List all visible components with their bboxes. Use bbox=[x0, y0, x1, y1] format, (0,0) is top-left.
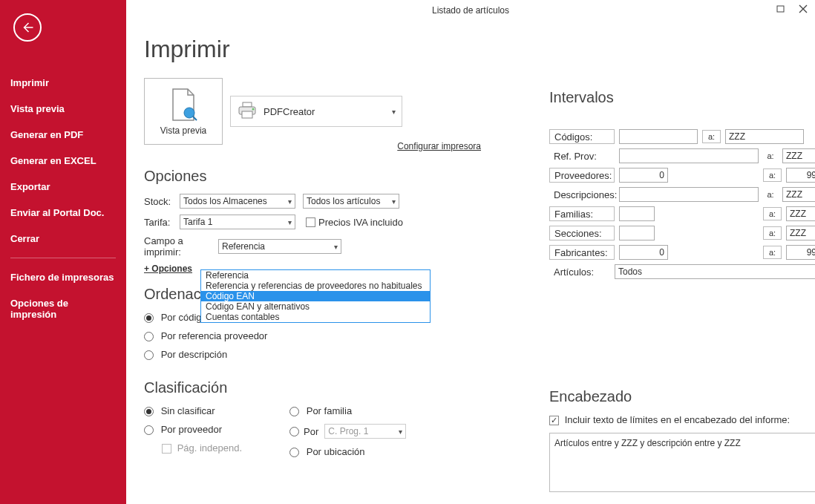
chevron-down-icon: ▾ bbox=[399, 428, 402, 436]
interval-label: Secciones: bbox=[549, 226, 615, 240]
clasif-sin-clasificar-label: Sin clasificar bbox=[161, 405, 215, 416]
content-area: Imprimir Vista previa bbox=[126, 21, 815, 504]
interval-label: Familias: bbox=[549, 206, 615, 221]
clasif-por-proveedor[interactable]: Por proveedor bbox=[144, 424, 242, 435]
interval-from-input[interactable] bbox=[619, 226, 655, 240]
precios-iva-label: Precios IVA incluido bbox=[318, 217, 403, 228]
clasif-sin-clasificar[interactable]: Sin clasificar bbox=[144, 405, 242, 416]
chevron-down-icon: ▾ bbox=[334, 243, 338, 251]
svg-rect-2 bbox=[243, 102, 252, 107]
printer-select[interactable]: PDFCreator ▾ bbox=[230, 96, 402, 127]
interval-a-label: a: bbox=[763, 190, 778, 199]
encabezado-checkbox-label: Incluir texto de límites en el encabezad… bbox=[565, 414, 791, 425]
clasif-por-familia[interactable]: Por familia bbox=[289, 405, 406, 416]
sidebar-item-opciones-impresion[interactable]: Opciones de impresión bbox=[0, 290, 126, 327]
dropdown-item-cuentas[interactable]: Cuentas contables bbox=[201, 312, 430, 322]
preview-label: Vista previa bbox=[160, 125, 206, 136]
interval-a-label: a: bbox=[763, 151, 778, 160]
restore-button[interactable] bbox=[773, 3, 788, 15]
articulos-select[interactable]: Todos▾ bbox=[615, 264, 815, 279]
interval-from-input[interactable]: 0 bbox=[619, 168, 668, 183]
clasif-por-custom[interactable]: Por C. Prog. 1▾ bbox=[289, 424, 406, 439]
sidebar-item-imprimir[interactable]: Imprimir bbox=[0, 70, 126, 96]
tarifa-value: Tarifa 1 bbox=[183, 217, 212, 227]
window-controls bbox=[773, 3, 811, 15]
tarifa-select[interactable]: Tarifa 1▾ bbox=[180, 215, 295, 229]
articulos-value: Todos bbox=[618, 266, 642, 277]
sidebar-separator bbox=[10, 258, 116, 258]
sidebar-item-exportar[interactable]: Exportar bbox=[0, 174, 126, 200]
dropdown-item-codigo-ean-alt[interactable]: Código EAN y alternativos bbox=[201, 301, 430, 312]
campo-imprimir-dropdown[interactable]: Referencia Referencia y referencias de p… bbox=[200, 269, 431, 323]
printer-name: PDFCreator bbox=[264, 106, 315, 117]
radio-icon bbox=[144, 313, 154, 323]
clasif-por-value: C. Prog. 1 bbox=[328, 426, 368, 436]
sidebar: Imprimir Vista previa Generar en PDF Gen… bbox=[0, 0, 126, 504]
preview-button[interactable]: Vista previa bbox=[144, 78, 223, 145]
dropdown-item-referencia[interactable]: Referencia bbox=[201, 270, 430, 281]
interval-from-input[interactable] bbox=[619, 187, 759, 202]
interval-from-input[interactable]: 0 bbox=[619, 245, 668, 260]
chevron-down-icon: ▾ bbox=[392, 108, 396, 116]
articulos-row: Artículos: Todos▾ bbox=[549, 264, 815, 280]
encabezado-textarea[interactable]: Artículos entre y ZZZ y descripción entr… bbox=[549, 433, 815, 492]
svg-point-1 bbox=[184, 108, 194, 118]
radio-icon bbox=[289, 448, 299, 457]
interval-label: Descripciones: bbox=[549, 189, 615, 200]
stock-almacen-value: Todos los Almacenes bbox=[183, 196, 267, 206]
mas-opciones-link[interactable]: + Opciones bbox=[144, 264, 192, 274]
stock-almacen-select[interactable]: Todos los Almacenes▾ bbox=[180, 194, 295, 209]
precios-iva-checkbox[interactable]: Precios IVA incluido bbox=[306, 217, 403, 228]
checkbox-icon bbox=[162, 444, 171, 454]
title-bar: Listado de artículos bbox=[126, 0, 815, 21]
sidebar-item-generar-excel[interactable]: Generar en EXCEL bbox=[0, 148, 126, 174]
restore-icon bbox=[776, 5, 785, 13]
svg-point-5 bbox=[252, 108, 255, 110]
encabezado-checkbox-row[interactable]: ✓ Incluir texto de límites en el encabez… bbox=[549, 414, 815, 425]
clasif-por-ubicacion[interactable]: Por ubicación bbox=[289, 446, 406, 457]
interval-from-input[interactable] bbox=[619, 129, 698, 144]
interval-from-input[interactable] bbox=[619, 206, 655, 221]
right-column: Intervalos Códigos:a:ZZZRef. Prov:a:ZZZP… bbox=[549, 89, 815, 492]
checkbox-checked-icon: ✓ bbox=[549, 416, 559, 425]
tarifa-label: Tarifa: bbox=[144, 217, 180, 228]
sidebar-item-enviar-portal[interactable]: Enviar al Portal Doc. bbox=[0, 200, 126, 226]
interval-to-input[interactable]: 99999 bbox=[786, 245, 815, 260]
back-button[interactable] bbox=[13, 13, 42, 42]
config-printer-row: Configurar impresora bbox=[223, 140, 481, 151]
interval-label: Códigos: bbox=[549, 129, 615, 144]
clasif-pag-indep-label: Pág. independ. bbox=[177, 442, 242, 454]
interval-to-input[interactable]: ZZZ bbox=[786, 206, 815, 221]
sidebar-item-cerrar[interactable]: Cerrar bbox=[0, 226, 126, 252]
interval-row-2: Proveedores:0a:99999 bbox=[549, 167, 815, 183]
close-button[interactable] bbox=[796, 3, 811, 15]
interval-to-input[interactable]: ZZZ bbox=[782, 148, 815, 163]
interval-label: Proveedores: bbox=[549, 168, 615, 183]
dropdown-item-codigo-ean[interactable]: Código EAN bbox=[201, 291, 430, 301]
ord-opt-ref-prov-label: Por referencia proveedor bbox=[161, 330, 268, 341]
radio-icon bbox=[144, 350, 154, 360]
radio-icon bbox=[144, 332, 154, 341]
interval-to-input[interactable]: ZZZ bbox=[725, 129, 804, 144]
config-printer-link[interactable]: Configurar impresora bbox=[397, 141, 481, 151]
stock-label: Stock: bbox=[144, 196, 180, 207]
sidebar-item-fichero-impresoras[interactable]: Fichero de impresoras bbox=[0, 264, 126, 290]
dropdown-item-ref-proveedores[interactable]: Referencia y referencias de proveedores … bbox=[201, 281, 430, 291]
stock-filter-select[interactable]: Todos los artículos▾ bbox=[303, 194, 399, 209]
interval-label: Fabricantes: bbox=[549, 245, 615, 260]
interval-to-input[interactable]: ZZZ bbox=[782, 187, 815, 202]
svg-rect-0 bbox=[777, 6, 784, 12]
svg-rect-4 bbox=[242, 111, 252, 118]
sidebar-item-generar-pdf[interactable]: Generar en PDF bbox=[0, 122, 126, 148]
interval-from-input[interactable] bbox=[619, 148, 759, 163]
articulos-label: Artículos: bbox=[549, 266, 615, 278]
interval-to-input[interactable]: ZZZ bbox=[786, 226, 815, 240]
clasif-por-familia-label: Por familia bbox=[307, 405, 352, 416]
sidebar-item-vista-previa[interactable]: Vista previa bbox=[0, 96, 126, 122]
interval-a-label: a: bbox=[763, 246, 782, 259]
interval-row-0: Códigos:a:ZZZ bbox=[549, 128, 815, 145]
campo-imprimir-select[interactable]: Referencia▾ bbox=[218, 239, 341, 254]
section-intervalos-header: Intervalos bbox=[549, 89, 815, 106]
interval-a-label: a: bbox=[763, 207, 782, 220]
interval-to-input[interactable]: 99999 bbox=[786, 168, 815, 183]
